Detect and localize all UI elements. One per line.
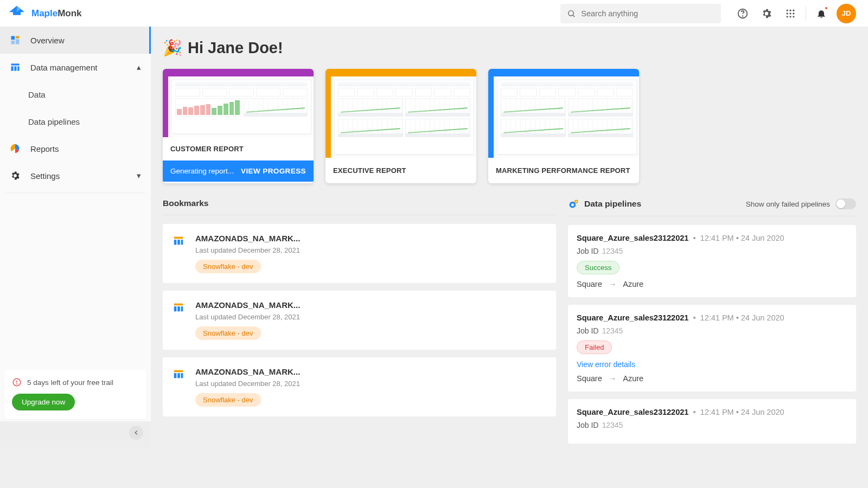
- svg-rect-34: [177, 373, 180, 378]
- bookmark-item[interactable]: AMAZONADS_NA_MARK... Last updated Decemb…: [163, 291, 556, 350]
- svg-point-8: [789, 12, 791, 14]
- svg-rect-33: [174, 373, 177, 378]
- pipeline-name: Square_Azure_sales23122021: [577, 313, 688, 322]
- gear-color-icon: [568, 198, 579, 209]
- pipeline-date: 24 Jun 2020: [741, 313, 784, 322]
- grid-icon: [785, 8, 796, 19]
- nav-reports[interactable]: Reports: [0, 135, 151, 162]
- executive-report-card[interactable]: EXECUTIVE REPORT: [326, 69, 476, 183]
- app-header: MapleMonk JD: [0, 0, 868, 27]
- pipeline-time: 12:41 PM: [700, 313, 734, 322]
- user-avatar[interactable]: JD: [837, 4, 856, 23]
- svg-rect-20: [17, 66, 19, 70]
- report-title: CUSTOMER REPORT: [163, 137, 314, 160]
- pipelines-section: Data pipelines Show only failed pipeline…: [568, 198, 856, 451]
- nav-divider: [5, 192, 145, 193]
- svg-point-39: [576, 201, 577, 203]
- svg-rect-35: [181, 373, 183, 378]
- bookmark-tag: Snowflake - dev: [195, 393, 261, 407]
- pipeline-date: 24 Jun 2020: [741, 408, 784, 416]
- report-cards-row: CUSTOMER REPORT Generating report... VIE…: [163, 69, 856, 183]
- table-icon: [10, 62, 21, 73]
- customer-report-card[interactable]: CUSTOMER REPORT Generating report... VIE…: [163, 69, 314, 183]
- notification-dot: [824, 6, 828, 10]
- svg-rect-26: [177, 240, 180, 245]
- view-progress-button[interactable]: VIEW PROGRESS: [241, 167, 306, 175]
- search-input[interactable]: [581, 9, 714, 18]
- svg-line-1: [573, 15, 575, 17]
- pipeline-item[interactable]: Square_Azure_sales23122021 • 12:41 PM • …: [568, 305, 856, 391]
- bookmarks-section: Bookmarks AMAZONADS_NA_MARK... Last upda…: [163, 198, 556, 451]
- nav-data[interactable]: Data: [0, 81, 151, 108]
- svg-rect-14: [16, 36, 20, 38]
- svg-point-23: [17, 384, 17, 384]
- bookmark-updated: Last updated December 28, 2021: [195, 246, 300, 254]
- brand-logo[interactable]: MapleMonk: [8, 4, 82, 23]
- help-button[interactable]: [731, 2, 755, 25]
- nav-overview-label: Overview: [30, 36, 65, 45]
- sidebar-footer: [0, 421, 151, 447]
- chevron-left-icon: [132, 429, 140, 436]
- report-title: EXECUTIVE REPORT: [326, 158, 476, 183]
- svg-rect-27: [181, 240, 183, 245]
- apps-button[interactable]: [778, 2, 802, 25]
- bookmark-item[interactable]: AMAZONADS_NA_MARK... Last updated Decemb…: [163, 224, 556, 283]
- pipeline-date: 24 Jun 2020: [741, 234, 784, 242]
- bookmark-tag: Snowflake - dev: [195, 260, 261, 273]
- svg-point-10: [787, 16, 788, 17]
- svg-point-3: [743, 16, 743, 16]
- pipeline-item[interactable]: Square_Azure_sales23122021 • 12:41 PM • …: [568, 225, 856, 297]
- pie-icon: [10, 143, 21, 154]
- pipeline-route: Square → Azure: [577, 280, 847, 288]
- report-preview: [488, 76, 639, 158]
- pipeline-time: 12:41 PM: [700, 408, 734, 416]
- svg-point-6: [793, 9, 794, 11]
- notifications-button[interactable]: [809, 2, 833, 25]
- bookmark-item[interactable]: AMAZONADS_NA_MARK... Last updated Decemb…: [163, 357, 556, 416]
- report-preview: [163, 76, 314, 137]
- nav-data-pipelines[interactable]: Data pipelines: [0, 108, 151, 135]
- nav-settings[interactable]: Settings ▾: [0, 162, 151, 189]
- svg-rect-24: [174, 237, 183, 239]
- view-error-link[interactable]: View error details: [577, 360, 635, 369]
- nav-reports-label: Reports: [30, 144, 59, 153]
- nav-data-management[interactable]: Data management ▴: [0, 54, 151, 81]
- global-search[interactable]: [560, 4, 721, 23]
- table-icon: [173, 235, 184, 247]
- main-content: 🎉 Hi Jane Doe! CUSTOMER REPORT Generatin…: [151, 27, 868, 488]
- nav-overview[interactable]: Overview: [0, 27, 151, 54]
- pipeline-item[interactable]: Square_Azure_sales23122021 • 12:41 PM • …: [568, 399, 856, 444]
- settings-button[interactable]: [755, 2, 778, 25]
- marketing-report-card[interactable]: MARKETING PERFORMANCE REPORT: [488, 69, 639, 183]
- header-divider: [806, 7, 806, 21]
- svg-point-7: [787, 12, 788, 14]
- svg-rect-25: [174, 240, 177, 245]
- pipeline-name: Square_Azure_sales23122021: [577, 234, 688, 242]
- failed-only-toggle[interactable]: [835, 198, 856, 209]
- svg-point-5: [789, 9, 791, 11]
- svg-rect-32: [174, 370, 183, 373]
- chevron-up-icon: ▴: [137, 62, 141, 72]
- greeting: 🎉 Hi Jane Doe!: [163, 38, 856, 57]
- bookmark-updated: Last updated December 28, 2021: [195, 380, 300, 388]
- svg-rect-13: [11, 36, 15, 40]
- pipeline-name: Square_Azure_sales23122021: [577, 408, 688, 416]
- generating-banner: Generating report... VIEW PROGRESS: [163, 160, 314, 182]
- gear-icon: [10, 170, 21, 181]
- trial-text: 5 days left of your free trail: [27, 378, 113, 387]
- bookmark-title: AMAZONADS_NA_MARK...: [195, 367, 300, 376]
- pipeline-time: 12:41 PM: [700, 234, 734, 242]
- upgrade-button[interactable]: Upgrade now: [12, 394, 75, 410]
- job-id: 12345: [602, 326, 623, 335]
- nav-settings-label: Settings: [30, 171, 60, 181]
- svg-rect-31: [181, 306, 183, 311]
- pipeline-route: Square → Azure: [577, 374, 847, 383]
- collapse-sidebar-button[interactable]: [129, 426, 143, 440]
- svg-rect-30: [177, 306, 180, 311]
- nav-data-management-label: Data management: [30, 63, 97, 72]
- svg-rect-15: [16, 39, 20, 44]
- bookmark-tag: Snowflake - dev: [195, 326, 261, 340]
- job-id: 12345: [602, 247, 623, 255]
- svg-rect-28: [174, 304, 183, 306]
- info-icon: [12, 377, 22, 387]
